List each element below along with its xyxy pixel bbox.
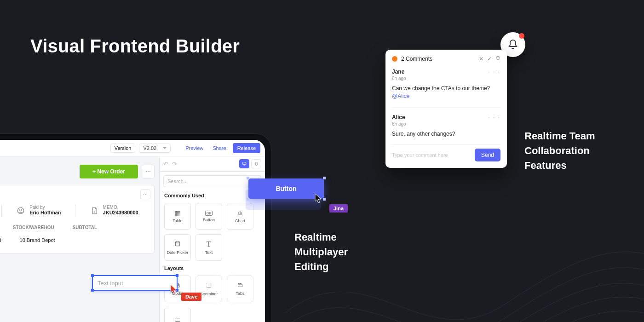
svg-rect-5 bbox=[175, 242, 179, 246]
chart-icon bbox=[237, 209, 243, 217]
svg-rect-8 bbox=[207, 283, 211, 287]
user-tag-dave: Dave bbox=[181, 293, 201, 301]
user-tag-jina: Jina bbox=[329, 204, 348, 213]
comment-time: 6h ago bbox=[392, 76, 500, 81]
calendar-icon bbox=[174, 241, 181, 248]
builder-topbar: Version V2.02 Preview Share Release bbox=[0, 140, 265, 156]
resolve-icon[interactable]: ✓ bbox=[487, 56, 492, 62]
bell-icon bbox=[507, 39, 518, 50]
preview-link[interactable]: Preview bbox=[183, 144, 206, 152]
comment-time: 6h ago bbox=[392, 121, 500, 126]
svg-rect-3 bbox=[242, 162, 246, 165]
comment-item: Alice· · · 6h ago Sure, any other change… bbox=[392, 108, 500, 145]
comment-input[interactable]: Type your comment here bbox=[392, 152, 471, 158]
caption-multiplayer: Realtime Multiplayer Editing bbox=[294, 230, 348, 274]
comment-author: Jane bbox=[392, 69, 404, 75]
delete-icon[interactable] bbox=[495, 55, 500, 62]
tile-table[interactable]: ▦Table bbox=[164, 203, 191, 230]
svg-point-1 bbox=[20, 209, 22, 211]
document-icon: $ bbox=[89, 205, 99, 217]
svg-text:$: $ bbox=[93, 210, 95, 213]
caption-collab: Realtime Team Collaboration Features bbox=[524, 129, 595, 173]
release-button[interactable]: Release bbox=[233, 143, 260, 153]
tile-extra[interactable]: ☰ bbox=[164, 308, 191, 322]
comment-body: Sure, any other changes? bbox=[392, 131, 455, 137]
memo-label: MEMO bbox=[103, 205, 138, 210]
comment-body: Can we change the CTAs to our theme? bbox=[392, 85, 490, 92]
comment-item: Jane· · · 6h ago Can we change the CTAs … bbox=[392, 62, 500, 108]
section-layouts: Layouts bbox=[160, 264, 265, 273]
person-icon bbox=[16, 205, 26, 217]
builder-device-frame: Version V2.02 Preview Share Release + Ne… bbox=[0, 133, 271, 322]
memo-value: JKU243980000 bbox=[103, 210, 138, 215]
comment-status-dot bbox=[392, 56, 397, 62]
paid-by-value: Eric Hoffman bbox=[29, 210, 61, 215]
undo-redo-icon[interactable]: ↶ ↷ bbox=[163, 161, 178, 167]
col-stock: STOCK/WAREHOU bbox=[13, 225, 54, 230]
order-card: ⋯ 7 Paid byEric Hoffman $ MEMOJKU2439800… bbox=[0, 185, 155, 253]
comments-title: 2 Comments bbox=[401, 56, 432, 62]
tile-tabs[interactable]: Tabs bbox=[227, 276, 253, 302]
version-select[interactable]: V2.02 bbox=[139, 144, 171, 153]
table-icon: ▦ bbox=[175, 209, 181, 217]
col-subtotal: SUBTOTAL bbox=[73, 225, 98, 230]
container-icon bbox=[206, 282, 212, 290]
mobile-view-button[interactable] bbox=[251, 159, 261, 168]
tile-datepicker[interactable]: Date Picker bbox=[164, 234, 191, 261]
card-overflow-button[interactable]: ⋯ bbox=[140, 189, 150, 199]
selected-text-input[interactable]: Text input bbox=[92, 275, 178, 291]
comment-more-button[interactable]: · · · bbox=[488, 69, 500, 75]
tile-button[interactable]: OKButton bbox=[196, 203, 222, 230]
svg-rect-4 bbox=[255, 162, 257, 166]
comment-mention[interactable]: @Alice bbox=[392, 93, 409, 99]
notification-badge bbox=[519, 33, 524, 39]
dragged-button[interactable]: Button bbox=[248, 178, 324, 199]
builder-canvas[interactable]: + New Order ⋯ ⋯ 7 Paid byEric Hoffman bbox=[0, 156, 159, 322]
list-icon: ☰ bbox=[175, 317, 181, 322]
canvas-overflow-button[interactable]: ⋯ bbox=[142, 165, 155, 178]
desktop-view-button[interactable] bbox=[239, 159, 249, 168]
cell-cost: 88.00 bbox=[0, 237, 1, 243]
tabs-icon bbox=[237, 282, 243, 289]
svg-rect-9 bbox=[238, 284, 242, 287]
version-label: Version bbox=[110, 144, 136, 153]
paid-by-label: Paid by bbox=[29, 205, 61, 210]
new-order-button[interactable]: + New Order bbox=[80, 165, 138, 178]
share-link[interactable]: Share bbox=[210, 144, 229, 152]
send-button[interactable]: Send bbox=[475, 149, 500, 161]
comment-more-button[interactable]: · · · bbox=[488, 114, 500, 121]
button-icon: OK bbox=[205, 211, 213, 216]
table-row: 88.00 10 Brand Depot bbox=[0, 233, 149, 247]
cell-stock: 10 Brand Depot bbox=[20, 237, 55, 243]
close-icon[interactable]: ✕ bbox=[479, 56, 483, 62]
tile-text[interactable]: TText bbox=[196, 234, 222, 261]
text-icon: T bbox=[207, 240, 211, 248]
comments-panel: 2 Comments ✕ ✓ Jane· · · 6h ago Can we c… bbox=[385, 50, 507, 168]
builder-screen: Version V2.02 Preview Share Release + Ne… bbox=[0, 140, 265, 322]
comment-author: Alice bbox=[392, 114, 405, 121]
page-title: Visual Frontend Builder bbox=[30, 36, 240, 57]
